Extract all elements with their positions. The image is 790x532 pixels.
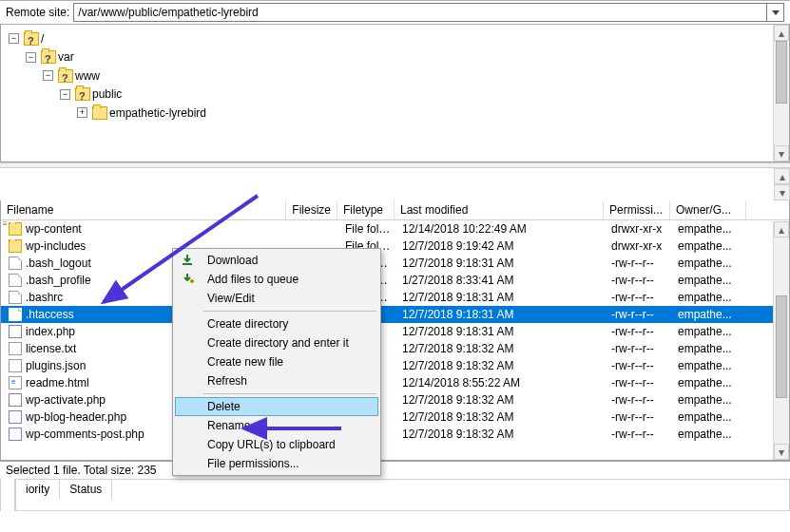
file-row[interactable]: wp-activate.php12/7/2018 9:18:32 AM-rw-r… bbox=[1, 391, 789, 408]
file-icon bbox=[9, 256, 22, 270]
tree-label: empathetic-lyrebird bbox=[109, 104, 206, 122]
file-row[interactable]: .bashrc231BASHRC...12/7/2018 9:18:31 AM-… bbox=[1, 289, 789, 306]
tree-node-var[interactable]: − var bbox=[24, 48, 76, 66]
file-row[interactable]: .bash_profile193BASH_P...1/27/2018 8:33:… bbox=[1, 272, 789, 289]
file-icon bbox=[9, 222, 22, 236]
remote-tree[interactable]: − / − var − www bbox=[3, 28, 787, 122]
file-row[interactable]: wp-includesFile folder12/7/2018 9:19:42 … bbox=[1, 238, 789, 255]
file-icon bbox=[9, 291, 22, 304]
file-owner: empathe... bbox=[672, 256, 748, 270]
ctx-add-to-queue[interactable]: Add files to queue bbox=[175, 270, 378, 289]
col-owner[interactable]: Owner/G... bbox=[670, 200, 746, 219]
tree-node-root[interactable]: − / bbox=[7, 30, 46, 48]
file-row[interactable]: wp-comments-post.php12/7/2018 9:18:32 AM… bbox=[1, 426, 789, 443]
context-menu: Download Add files to queue View/Edit Cr… bbox=[172, 248, 381, 476]
tree-node-www[interactable]: − www bbox=[41, 67, 102, 85]
col-filename[interactable]: Filename bbox=[1, 200, 286, 219]
col-permissions[interactable]: Permissi... bbox=[604, 200, 670, 219]
file-icon bbox=[9, 342, 22, 355]
ctx-create-directory[interactable]: Create directory bbox=[175, 314, 378, 333]
file-row[interactable]: wp-contentFile folder12/14/2018 10:22:49… bbox=[1, 220, 789, 238]
file-permissions: drwxr-xr-x bbox=[606, 222, 672, 236]
expand-icon[interactable]: + bbox=[77, 107, 87, 118]
remote-path-dropdown[interactable] bbox=[767, 3, 784, 22]
footer-pane: iority Status bbox=[0, 479, 790, 511]
ctx-file-permissions[interactable]: File permissions... bbox=[175, 454, 378, 473]
collapse-icon[interactable]: − bbox=[9, 33, 19, 44]
tree-node-public[interactable]: − public bbox=[58, 86, 124, 103]
ctx-view-edit[interactable]: View/Edit bbox=[175, 289, 378, 308]
file-row[interactable]: .bash_logout18BASH_L...12/7/2018 9:18:31… bbox=[1, 255, 789, 272]
footer-tabs: iority Status bbox=[15, 479, 790, 511]
file-modified: 12/7/2018 9:18:32 AM bbox=[396, 359, 606, 372]
file-owner: empathe... bbox=[672, 274, 748, 287]
file-icon bbox=[9, 376, 22, 390]
file-list-body[interactable]: wp-contentFile folder12/14/2018 10:22:49… bbox=[1, 220, 789, 460]
file-icon bbox=[9, 325, 22, 338]
file-row[interactable]: license.txt12/7/2018 9:18:32 AM-rw-r--r-… bbox=[1, 340, 789, 357]
ctx-refresh[interactable]: Refresh bbox=[175, 371, 378, 390]
col-lastmodified[interactable]: Last modified bbox=[395, 200, 604, 219]
ctx-rename[interactable]: Rename bbox=[175, 416, 378, 435]
file-name: .bashrc bbox=[26, 291, 63, 304]
file-row[interactable]: .htaccess...12/7/2018 9:18:31 AM-rw-r--r… bbox=[1, 306, 789, 323]
file-row[interactable]: readme.html12/14/2018 8:55:22 AM-rw-r--r… bbox=[1, 374, 789, 391]
tree-vscrollbar[interactable]: ▴ ▾ bbox=[773, 25, 789, 162]
scroll-up-icon[interactable]: ▴ bbox=[774, 25, 789, 41]
remote-path-input[interactable] bbox=[73, 3, 767, 22]
file-permissions: -rw-r--r-- bbox=[606, 342, 672, 355]
ctx-separator bbox=[203, 311, 376, 312]
collapse-icon[interactable]: − bbox=[26, 52, 36, 63]
footer-gutter bbox=[0, 479, 15, 511]
file-owner: empathe... bbox=[672, 393, 748, 407]
file-icon bbox=[9, 410, 22, 424]
file-header-row: Filename Filesize Filetype Last modified… bbox=[1, 200, 789, 220]
tree-node-leaf[interactable]: + empathetic-lyrebird bbox=[75, 104, 208, 122]
file-name: wp-activate.php bbox=[26, 393, 106, 407]
col-filetype[interactable]: Filetype bbox=[337, 200, 395, 219]
file-name: license.txt bbox=[26, 342, 76, 355]
file-row[interactable]: index.php12/7/2018 9:18:31 AM-rw-r--r--e… bbox=[1, 323, 789, 340]
file-permissions: -rw-r--r-- bbox=[606, 393, 672, 407]
tab-priority[interactable]: iority bbox=[16, 480, 60, 499]
file-modified: 12/7/2018 9:18:31 AM bbox=[396, 308, 606, 321]
ctx-create-directory-enter[interactable]: Create directory and enter it bbox=[175, 333, 378, 352]
ctx-separator bbox=[203, 393, 376, 394]
file-modified: 12/7/2018 9:18:31 AM bbox=[396, 291, 606, 304]
file-name: plugins.json bbox=[26, 359, 86, 372]
scroll-up-icon[interactable]: ▴ bbox=[774, 221, 789, 238]
col-filesize[interactable]: Filesize bbox=[286, 200, 337, 219]
file-name: wp-blog-header.php bbox=[26, 410, 126, 424]
filelist-vscrollbar[interactable]: ▴ ▾ bbox=[773, 221, 789, 460]
scroll-down-icon[interactable]: ▾ bbox=[774, 444, 789, 460]
file-name: wp-includes bbox=[26, 239, 86, 253]
file-name: index.php bbox=[26, 325, 75, 338]
tree-label: / bbox=[41, 30, 44, 48]
remote-site-header: Remote site: bbox=[0, 0, 790, 25]
collapse-icon[interactable]: − bbox=[43, 70, 53, 81]
file-permissions: -rw-r--r-- bbox=[606, 274, 672, 287]
file-name: wp-comments-post.php bbox=[26, 428, 145, 441]
remote-tree-pane: − / − var − www bbox=[0, 25, 790, 162]
file-row[interactable]: wp-blog-header.php12/7/2018 9:18:32 AM-r… bbox=[1, 408, 789, 426]
tree-label: public bbox=[92, 86, 122, 103]
ctx-download[interactable]: Download bbox=[175, 251, 378, 270]
file-owner: empathe... bbox=[672, 325, 748, 338]
file-type: File folder bbox=[339, 222, 396, 236]
scroll-up-icon[interactable]: ▴ bbox=[774, 168, 790, 184]
file-icon bbox=[9, 239, 22, 253]
ctx-create-new-file[interactable]: Create new file bbox=[175, 352, 378, 371]
file-row[interactable]: plugins.json12/7/2018 9:18:32 AM-rw-r--r… bbox=[1, 357, 789, 374]
collapse-icon[interactable]: − bbox=[60, 89, 70, 100]
scroll-down-icon[interactable]: ▾ bbox=[774, 145, 789, 162]
ctx-copy-url[interactable]: Copy URL(s) to clipboard bbox=[175, 435, 378, 454]
download-icon bbox=[180, 253, 195, 268]
scroll-down-icon[interactable]: ▾ bbox=[774, 184, 790, 200]
folder-question-icon bbox=[75, 87, 90, 101]
file-modified: 12/14/2018 10:22:49 AM bbox=[396, 222, 606, 236]
tab-status[interactable]: Status bbox=[60, 480, 112, 499]
ctx-delete[interactable]: Delete bbox=[175, 397, 378, 416]
file-permissions: -rw-r--r-- bbox=[606, 410, 672, 424]
folder-question-icon bbox=[58, 69, 73, 83]
file-name: .htaccess bbox=[26, 308, 74, 321]
